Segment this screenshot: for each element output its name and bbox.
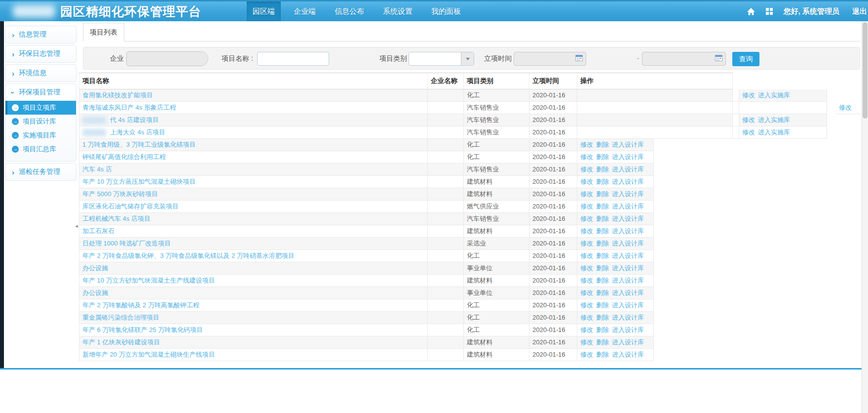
enter-design-link[interactable]: 进入设计库 bbox=[612, 338, 644, 346]
edit-link[interactable]: 修改 bbox=[580, 314, 593, 321]
edit-link[interactable]: 修改 bbox=[580, 215, 593, 222]
sidebar-item-env-project-management[interactable]: › 环保项目管理 bbox=[5, 84, 76, 101]
project-name-link[interactable]: 办公设施 bbox=[82, 289, 108, 296]
enter-design-link[interactable]: 进入设计库 bbox=[612, 240, 644, 247]
project-name-link[interactable]: 年产 1 亿块灰砂砖建设项目 bbox=[82, 338, 160, 346]
edit-link[interactable]: 修改 bbox=[839, 104, 852, 111]
nav-item-park[interactable]: 园区端 bbox=[247, 1, 281, 21]
project-name-link[interactable]: 青海瑞诚东风日产 4s 形象店工程 bbox=[82, 104, 176, 111]
sidebar-item-implementation-lib[interactable]: → 实施项目库 bbox=[5, 128, 76, 142]
enter-design-link[interactable]: 进入设计库 bbox=[612, 178, 644, 185]
enter-design-link[interactable]: 进入设计库 bbox=[612, 153, 644, 161]
delete-link[interactable]: 删除 bbox=[596, 141, 609, 148]
edit-link[interactable]: 修改 bbox=[580, 165, 593, 173]
enter-design-link[interactable]: 进入设计库 bbox=[612, 227, 644, 235]
project-name-input[interactable] bbox=[257, 52, 329, 66]
project-name-link[interactable]: 汽车 4s 店 bbox=[82, 165, 112, 173]
project-name-link[interactable]: 新增年产 20 万立方加气混凝土砌块生产线项目 bbox=[82, 351, 215, 358]
enter-design-link[interactable]: 进入设计库 bbox=[612, 351, 644, 358]
delete-link[interactable]: 删除 bbox=[596, 178, 609, 185]
sidebar-item-inspection-task-management[interactable]: › 巡检任务管理 bbox=[5, 164, 76, 180]
enter-design-link[interactable]: 进入设计库 bbox=[612, 252, 644, 259]
delete-link[interactable]: 删除 bbox=[596, 301, 609, 309]
edit-link[interactable]: 修改 bbox=[580, 203, 593, 210]
delete-link[interactable]: 删除 bbox=[596, 227, 609, 235]
project-name-link[interactable]: 加工石灰石 bbox=[82, 227, 114, 235]
delete-link[interactable]: 删除 bbox=[596, 215, 609, 222]
nav-item-info-publish[interactable]: 信息公布 bbox=[329, 1, 370, 21]
nav-item-system-settings[interactable]: 系统设置 bbox=[377, 1, 418, 21]
query-button[interactable]: 查询 bbox=[732, 52, 759, 66]
delete-link[interactable]: 删除 bbox=[596, 203, 609, 210]
sidebar-collapse-handle[interactable]: ◄ bbox=[74, 223, 79, 229]
enter-design-link[interactable]: 进入设计库 bbox=[612, 264, 644, 272]
vertical-scrollbar[interactable] bbox=[862, 21, 868, 413]
project-name-link[interactable]: 上海大众 4s 店项目 bbox=[110, 128, 165, 136]
project-name-link[interactable]: 年产 2 万吨氯酸钠及 2 万吨高氯酸钾工程 bbox=[82, 301, 199, 309]
project-name-link[interactable]: 年产 2 万吨食品级氯化钾、3 万吨食品级氯化镁以及 2 万吨硝基水溶肥项目 bbox=[82, 252, 295, 259]
edit-link[interactable]: 修改 bbox=[742, 91, 755, 99]
delete-link[interactable]: 删除 bbox=[596, 264, 609, 272]
edit-link[interactable]: 修改 bbox=[742, 116, 755, 124]
edit-link[interactable]: 修改 bbox=[580, 240, 593, 247]
project-name-link[interactable]: 食用氯化镁技改扩能项目 bbox=[82, 91, 153, 99]
grid-icon[interactable] bbox=[766, 8, 773, 15]
project-name-link[interactable]: 1 万吨食用级、3 万吨工业级氯化镁项目 bbox=[82, 141, 196, 148]
company-input[interactable] bbox=[127, 52, 208, 66]
edit-link[interactable]: 修改 bbox=[580, 252, 593, 259]
sidebar-item-project-summary-lib[interactable]: → 项目汇总库 bbox=[5, 142, 76, 156]
delete-link[interactable]: 删除 bbox=[596, 190, 609, 198]
enter-design-link[interactable]: 进入设计库 bbox=[612, 326, 644, 333]
project-name-link[interactable]: 日处理 1000 吨选矿厂改造项目 bbox=[82, 240, 171, 247]
project-name-link[interactable]: 年产 10 万立方蒸压加气混凝土砌块项目 bbox=[82, 178, 196, 185]
edit-link[interactable]: 修改 bbox=[580, 178, 593, 185]
calendar-icon[interactable] bbox=[575, 54, 583, 63]
project-name-link[interactable]: 库区液化石油气储存扩容充装项目 bbox=[82, 203, 179, 210]
delete-link[interactable]: 删除 bbox=[596, 289, 609, 296]
project-name-link[interactable]: 年产 6 万吨氯化镁联产 25 万吨氯化钙项目 bbox=[82, 326, 203, 333]
edit-link[interactable]: 修改 bbox=[580, 153, 593, 161]
nav-item-my-panel[interactable]: 我的面板 bbox=[425, 1, 467, 21]
edit-link[interactable]: 修改 bbox=[580, 326, 593, 333]
chevron-down-icon[interactable] bbox=[461, 52, 474, 65]
edit-link[interactable]: 修改 bbox=[580, 141, 593, 148]
enter-design-link[interactable]: 进入设计库 bbox=[612, 141, 644, 148]
enter-design-link[interactable]: 进入设计库 bbox=[612, 277, 644, 284]
edit-link[interactable]: 修改 bbox=[580, 264, 593, 272]
edit-link[interactable]: 修改 bbox=[580, 289, 593, 296]
enter-design-link[interactable]: 进入设计库 bbox=[612, 215, 644, 222]
project-name-link[interactable]: 工程机械汽车 4s 店项目 bbox=[82, 215, 151, 222]
date-from-input[interactable] bbox=[514, 52, 586, 66]
enter-design-link[interactable]: 进入设计库 bbox=[612, 190, 644, 198]
nav-item-enterprise[interactable]: 企业端 bbox=[288, 1, 322, 21]
edit-link[interactable]: 修改 bbox=[580, 227, 593, 235]
enter-design-link[interactable]: 进入设计库 bbox=[612, 314, 644, 321]
home-icon[interactable] bbox=[747, 8, 755, 15]
project-name-link[interactable]: 年产 5000 万块灰砂砖项目 bbox=[82, 190, 158, 198]
scrollbar-thumb[interactable] bbox=[863, 22, 868, 119]
date-to-input[interactable] bbox=[642, 52, 726, 66]
project-name-link[interactable]: 钾镁尾矿高值化综合利用工程 bbox=[82, 153, 166, 161]
logout-link[interactable]: 退出 bbox=[852, 7, 867, 16]
project-name-link[interactable]: 重金属铬污染综合治理项目 bbox=[82, 314, 159, 321]
edit-link[interactable]: 修改 bbox=[580, 301, 593, 309]
sidebar-item-info-management[interactable]: › 信息管理 bbox=[5, 26, 76, 43]
category-select[interactable] bbox=[409, 52, 474, 66]
sidebar-item-project-approval-lib[interactable]: → 项目立项库 bbox=[5, 101, 76, 115]
sidebar-item-project-design-lib[interactable]: → 项目设计库 bbox=[5, 115, 76, 128]
enter-design-link[interactable]: 进入设计库 bbox=[612, 203, 644, 210]
project-name-link[interactable]: 代 4s 店建设项目 bbox=[110, 116, 159, 124]
delete-link[interactable]: 删除 bbox=[596, 165, 609, 173]
enter-design-link[interactable]: 进入设计库 bbox=[612, 289, 644, 296]
project-name-link[interactable]: 年产 10 万立方砂加气块混凝土生产线建设项目 bbox=[82, 277, 215, 284]
edit-link[interactable]: 修改 bbox=[580, 190, 593, 198]
delete-link[interactable]: 删除 bbox=[596, 277, 609, 284]
project-name-link[interactable]: 办公设施 bbox=[82, 264, 108, 272]
calendar-icon[interactable] bbox=[715, 54, 722, 63]
enter-implementation-link[interactable]: 进入实施库 bbox=[758, 116, 790, 124]
enter-implementation-link[interactable]: 进入实施库 bbox=[758, 91, 790, 99]
sidebar-item-env-log-management[interactable]: › 环保日志管理 bbox=[5, 45, 76, 62]
delete-link[interactable]: 删除 bbox=[596, 351, 609, 358]
tab-project-list[interactable]: 项目列表 bbox=[83, 23, 124, 41]
edit-link[interactable]: 修改 bbox=[580, 351, 593, 358]
